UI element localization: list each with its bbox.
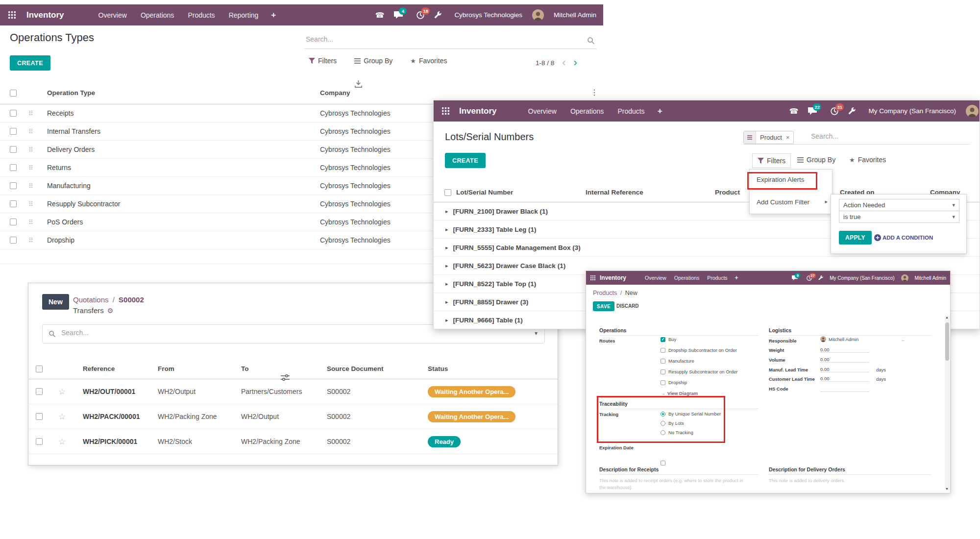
- search-input[interactable]: [811, 132, 948, 140]
- favorite-star-icon[interactable]: ☆: [58, 437, 66, 447]
- hs-code-input[interactable]: [820, 386, 869, 392]
- expand-icon[interactable]: ▸: [445, 226, 448, 233]
- drag-handle-icon[interactable]: ⠿: [28, 237, 47, 244]
- expand-icon[interactable]: ▸: [445, 263, 448, 269]
- messages-icon[interactable]: 9: [792, 275, 798, 280]
- expand-icon[interactable]: ▸: [445, 281, 448, 287]
- radio-unique-serial[interactable]: [661, 412, 665, 416]
- filters-button[interactable]: Filters: [752, 153, 791, 168]
- favorite-star-icon[interactable]: ☆: [58, 387, 66, 397]
- search-input[interactable]: [61, 329, 502, 337]
- table-row[interactable]: ☆ WH2/OUT/00001 WH2/Output Partners/Cust…: [28, 379, 558, 404]
- nav-products[interactable]: Products: [181, 11, 221, 19]
- col-source-document[interactable]: Source Document: [327, 365, 384, 372]
- expand-icon[interactable]: ▸: [445, 299, 448, 305]
- route-option[interactable]: Buy: [661, 337, 676, 342]
- route-option[interactable]: Dropship Subcontractor on Order: [661, 347, 737, 353]
- nav-operations[interactable]: Operations: [564, 107, 611, 115]
- drag-handle-icon[interactable]: ⠿: [28, 182, 47, 190]
- save-button[interactable]: SAVE: [593, 301, 614, 311]
- breadcrumb-products[interactable]: Products: [593, 290, 617, 296]
- col-operation-type[interactable]: Operation Type: [47, 89, 95, 97]
- favorites-button[interactable]: ★ Favorites: [410, 57, 447, 65]
- col-internal-reference[interactable]: Internal Reference: [586, 189, 643, 196]
- search-dropdown-caret-icon[interactable]: ▾: [535, 330, 538, 337]
- checkbox-buy[interactable]: [661, 337, 665, 342]
- company-name[interactable]: My Company (San Francisco): [830, 275, 894, 281]
- app-name[interactable]: Inventory: [459, 106, 497, 116]
- responsible-field[interactable]: Mitchell Admin: [820, 336, 858, 342]
- facet-remove-icon[interactable]: ×: [785, 134, 794, 141]
- expand-icon[interactable]: ▸: [445, 208, 448, 215]
- row-checkbox[interactable]: [36, 388, 43, 395]
- nav-overview[interactable]: Overview: [521, 107, 564, 115]
- scroll-up-icon[interactable]: ▲: [945, 316, 949, 319]
- plus-icon[interactable]: +: [265, 10, 282, 20]
- customer-lead-time-input[interactable]: 0.00: [820, 376, 869, 382]
- scroll-thumb[interactable]: [945, 322, 949, 361]
- row-checkbox[interactable]: [10, 200, 17, 207]
- receipts-description-placeholder[interactable]: This note is added to receipt orders (e.…: [599, 477, 746, 491]
- route-option[interactable]: Resupply Subcontractor on Order: [661, 369, 738, 374]
- company-name[interactable]: Cybrosys Technologies: [454, 11, 522, 19]
- apps-menu-icon[interactable]: [441, 106, 450, 116]
- drag-handle-icon[interactable]: ⠿: [28, 110, 47, 117]
- col-reference[interactable]: Reference: [83, 365, 115, 372]
- row-checkbox[interactable]: [10, 128, 17, 135]
- col-to[interactable]: To: [241, 365, 249, 372]
- developer-tools-icon[interactable]: [818, 275, 823, 280]
- nav-products[interactable]: Products: [703, 275, 731, 281]
- select-all-checkbox[interactable]: [444, 189, 451, 196]
- avatar[interactable]: [901, 274, 908, 282]
- select-all-checkbox[interactable]: [10, 90, 17, 97]
- avatar[interactable]: [532, 9, 544, 21]
- nav-products[interactable]: Products: [611, 107, 651, 115]
- filter-operator-select[interactable]: is true ▾: [839, 211, 959, 223]
- col-product[interactable]: Product: [715, 189, 740, 196]
- favorite-star-icon[interactable]: ☆: [58, 412, 66, 422]
- search-facet-product[interactable]: Product ×: [743, 131, 794, 144]
- groupby-button[interactable]: Group By: [797, 156, 835, 164]
- checkbox-manufacture[interactable]: [661, 359, 665, 364]
- filter-field-select[interactable]: Action Needed ▾: [839, 199, 959, 211]
- col-lot-serial[interactable]: Lot/Serial Number: [456, 189, 513, 196]
- drag-handle-icon[interactable]: ⠿: [28, 219, 47, 226]
- scroll-down-icon[interactable]: ▼: [945, 487, 949, 490]
- search-input[interactable]: [306, 35, 570, 43]
- expiration-date-checkbox[interactable]: [661, 461, 665, 466]
- developer-tools-icon[interactable]: [434, 11, 441, 19]
- activities-icon[interactable]: 31: [831, 107, 838, 115]
- table-row[interactable]: ☆ WH2/PACK/00001 WH2/Packing Zone WH2/Ou…: [28, 404, 558, 429]
- create-button[interactable]: CREATE: [445, 153, 486, 168]
- radio-no-tracking[interactable]: [661, 430, 665, 435]
- plus-icon[interactable]: +: [732, 274, 742, 281]
- nav-operations[interactable]: Operations: [670, 275, 703, 281]
- user-name[interactable]: Mitchell Admin: [554, 11, 596, 19]
- col-status[interactable]: Status: [428, 365, 448, 372]
- messages-icon[interactable]: 22: [808, 107, 817, 115]
- apply-button[interactable]: APPLY: [839, 231, 872, 245]
- tracking-option[interactable]: No Tracking: [661, 430, 693, 435]
- apps-menu-icon[interactable]: [7, 10, 17, 20]
- filters-button[interactable]: Filters: [309, 57, 337, 65]
- col-company[interactable]: Company: [320, 89, 350, 97]
- view-diagram-link[interactable]: → View Diagram: [661, 391, 698, 396]
- drag-handle-icon[interactable]: ⠿: [28, 200, 47, 208]
- radio-by-lots[interactable]: [661, 421, 665, 426]
- pager-next-icon[interactable]: ›: [574, 58, 577, 67]
- manuf-lead-time-input[interactable]: 0.00: [820, 367, 869, 372]
- drag-handle-icon[interactable]: ⠿: [28, 146, 47, 153]
- avatar[interactable]: [966, 105, 979, 118]
- company-name[interactable]: My Company (San Francisco): [868, 107, 956, 115]
- drag-handle-icon[interactable]: ⠿: [28, 164, 47, 172]
- checkbox-dropship[interactable]: [661, 380, 665, 385]
- nav-overview[interactable]: Overview: [92, 11, 134, 19]
- menu-item-add-custom-filter[interactable]: Add Custom Filter: [757, 198, 809, 206]
- phone-icon[interactable]: ☎: [375, 11, 385, 20]
- drag-handle-icon[interactable]: ⠿: [28, 128, 47, 135]
- expand-icon[interactable]: ▸: [445, 317, 448, 323]
- select-all-checkbox[interactable]: [36, 366, 43, 372]
- favorites-button[interactable]: ★ Favorites: [849, 156, 886, 164]
- add-condition-button[interactable]: ADD A CONDITION: [874, 234, 933, 241]
- messages-icon[interactable]: 4: [394, 11, 403, 19]
